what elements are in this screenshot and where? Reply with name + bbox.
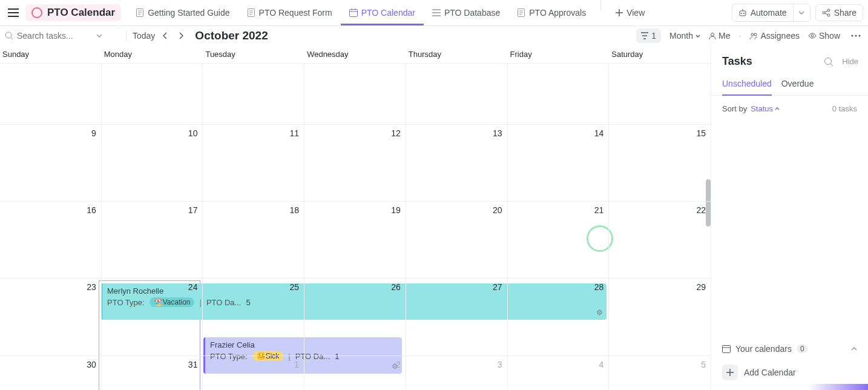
collapse-button[interactable] [851, 347, 857, 351]
calendar-day[interactable] [406, 64, 508, 125]
dot-sep: · [738, 31, 741, 41]
calendar-day[interactable]: 19 [304, 202, 406, 279]
day-number: 11 [290, 128, 300, 138]
calendar-day[interactable]: 28 [508, 279, 610, 356]
divider [600, 0, 601, 11]
workspace-chip[interactable]: PTO Calendar [25, 4, 121, 21]
calendar-day[interactable]: 2 [304, 356, 406, 390]
calendar-day[interactable]: 26 [304, 279, 406, 356]
next-month-button[interactable] [174, 29, 188, 42]
calendar-day[interactable]: 20 [406, 202, 508, 279]
calendar-day[interactable]: 12 [304, 125, 406, 202]
svg-point-9 [827, 14, 830, 16]
search-icon [5, 31, 13, 40]
view-scale-button[interactable]: Month [669, 31, 700, 41]
calendar-day[interactable]: 30 [0, 356, 102, 390]
automate-dropdown[interactable] [793, 4, 810, 21]
day-number: 3 [498, 360, 502, 369]
day-number: 9 [91, 128, 96, 138]
day-number: 27 [493, 282, 502, 292]
calendar-day[interactable]: 31 [102, 356, 203, 390]
calendar-day[interactable]: 22 [609, 202, 711, 279]
floating-action[interactable] [807, 384, 868, 390]
automate-button[interactable]: Automate [732, 5, 793, 21]
day-number: 10 [188, 128, 198, 138]
tab-pto-calendar[interactable]: PTO Calendar [341, 0, 424, 25]
calendar-day[interactable]: 29 [609, 279, 711, 356]
svg-point-16 [855, 35, 857, 37]
calendar-day[interactable]: 4 [508, 356, 610, 390]
add-calendar-label: Add Calendar [744, 368, 796, 377]
day-number: 24 [188, 282, 198, 292]
day-number: 22 [696, 205, 706, 215]
side-tab-unscheduled[interactable]: Unscheduled [722, 73, 772, 96]
svg-point-6 [743, 13, 745, 14]
add-calendar-button[interactable] [722, 365, 738, 380]
tab-pto-database[interactable]: PTO Database [424, 0, 508, 25]
calendar-day[interactable]: 11 [203, 125, 304, 202]
day-header-sunday: Sunday [0, 45, 102, 63]
search-input[interactable] [17, 31, 90, 41]
tab-getting-started[interactable]: Getting Started Guide [127, 0, 238, 25]
calendar-icon [722, 345, 731, 353]
svg-point-5 [741, 13, 742, 14]
day-number: 19 [391, 205, 401, 215]
plus-icon [726, 369, 734, 376]
day-number: 2 [396, 360, 401, 369]
calendar-day[interactable]: 27 [406, 279, 508, 356]
add-view-button[interactable]: View [607, 0, 653, 25]
side-tab-overdue[interactable]: Overdue [781, 73, 814, 95]
me-button[interactable]: Me [709, 31, 730, 41]
your-calendars-section[interactable]: Your calendars 0 [711, 338, 868, 360]
svg-point-11 [711, 33, 714, 36]
filter-chip[interactable]: 1 [636, 28, 661, 43]
tab-request-form[interactable]: PTO Request Form [238, 0, 341, 25]
show-label: Show [819, 31, 840, 41]
calendar-day[interactable] [203, 64, 304, 125]
show-button[interactable]: Show [808, 31, 840, 41]
menu-button[interactable] [5, 4, 22, 21]
calendar-day[interactable]: 13 [406, 125, 508, 202]
svg-rect-19 [723, 346, 731, 353]
day-number: 21 [594, 205, 604, 215]
task-count: 0 tasks [832, 104, 857, 113]
svg-point-8 [827, 9, 830, 12]
day-number: 29 [696, 282, 706, 292]
calendar-day[interactable]: 16 [0, 202, 102, 279]
share-button[interactable]: Share [815, 4, 863, 21]
assignees-button[interactable]: Assignees [749, 31, 800, 41]
calendar-day[interactable]: 25 [203, 279, 304, 356]
view-scale-label: Month [669, 31, 693, 41]
search-dropdown[interactable] [93, 30, 105, 42]
calendar-day[interactable] [508, 64, 610, 125]
calendar-day[interactable] [0, 64, 102, 125]
calendar-day[interactable]: 3 [406, 356, 508, 390]
more-button[interactable] [849, 28, 863, 43]
calendar-day[interactable]: 18 [203, 202, 304, 279]
calendar-day[interactable]: 21 [508, 202, 610, 279]
calendar-day[interactable]: 24 [102, 279, 203, 356]
calendar-day[interactable] [304, 64, 406, 125]
calendar-day[interactable]: 5 [609, 356, 711, 390]
calendar-day[interactable] [609, 64, 711, 125]
search-icon [824, 57, 833, 67]
calendar-day[interactable]: 17 [102, 202, 203, 279]
chevron-up-icon [775, 107, 780, 110]
calendar-day[interactable]: 14 [508, 125, 610, 202]
side-hide-button[interactable]: Hide [842, 57, 858, 66]
calendar-day[interactable] [102, 64, 203, 125]
tab-pto-approvals[interactable]: PTO Approvals [508, 0, 594, 25]
calendar-day[interactable]: 10 [102, 125, 203, 202]
calendar-day[interactable]: 23 [0, 279, 102, 356]
sort-by-button[interactable]: Status [751, 104, 780, 113]
prev-month-button[interactable] [159, 29, 172, 42]
sort-by-value: Status [751, 104, 773, 113]
doc-icon [136, 8, 144, 17]
day-number: 12 [391, 128, 401, 138]
tab-label: PTO Approvals [529, 8, 586, 18]
side-search-button[interactable] [824, 57, 833, 67]
today-button[interactable]: Today [133, 31, 155, 41]
calendar-day[interactable]: 1 [203, 356, 304, 390]
calendar-day[interactable]: 15 [609, 125, 711, 202]
calendar-day[interactable]: 9 [0, 125, 102, 202]
